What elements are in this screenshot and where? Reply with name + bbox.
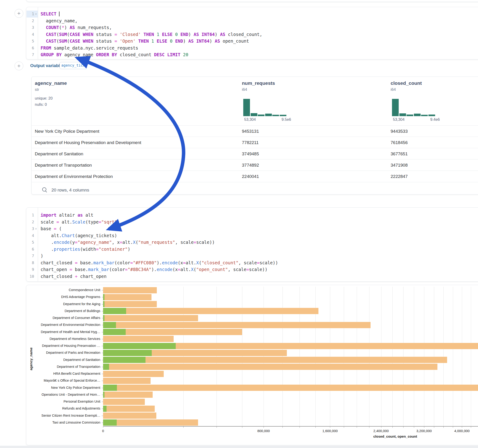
bar-open-count xyxy=(103,364,109,370)
gridline xyxy=(443,287,444,426)
x-axis-tick-label: 2,400,000 xyxy=(373,429,389,433)
gridline xyxy=(471,287,471,426)
table-row[interactable]: Department of Housing Preservation and D… xyxy=(31,137,478,148)
bar-closed-count xyxy=(103,385,478,391)
add-cell-button-top[interactable]: + xyxy=(14,9,23,18)
code-line[interactable]: 10chart_closed + chart_open xyxy=(26,273,478,280)
code-line[interactable]: 3 COUNT(*) AS num_requests, xyxy=(26,24,478,31)
column-histogram xyxy=(392,99,436,116)
text-cursor xyxy=(59,12,59,16)
y-axis-label: Taxi and Limousine Commission xyxy=(52,421,100,424)
column-histogram xyxy=(243,99,287,116)
code-line[interactable]: 5 CAST(SUM(CASE WHEN status = 'Open' THE… xyxy=(26,38,478,45)
table-row[interactable]: Department of Environmental Protection22… xyxy=(31,171,478,182)
code-line[interactable]: 4 alt.Chart(agency_tickets) xyxy=(26,232,478,239)
gridline xyxy=(330,287,330,426)
bar-closed-count xyxy=(103,412,156,419)
cell-num-requests: 3749485 xyxy=(242,148,259,160)
bar-closed-count xyxy=(103,336,174,342)
page-background-band xyxy=(0,446,478,448)
cell-num-requests: 2240041 xyxy=(242,171,259,182)
gridline xyxy=(424,287,424,426)
code-line[interactable]: 7) xyxy=(26,253,478,260)
code-line[interactable]: 6 .properties(width="container") xyxy=(26,246,478,253)
output-variable-pill[interactable]: agency_tickets xyxy=(59,62,87,69)
bar-closed-count xyxy=(103,419,198,426)
gridline xyxy=(344,287,344,426)
collapse-chevron-icon[interactable]: ∨ xyxy=(35,225,38,232)
table-row[interactable]: Department of Transportation377489234719… xyxy=(31,159,478,171)
gridline xyxy=(264,287,264,426)
gridline xyxy=(403,287,403,426)
y-axis-label: Department of Parks and Recreation xyxy=(46,351,100,355)
table-row[interactable]: Department of Sanitation37494853677651 xyxy=(31,148,478,160)
python-code-editor[interactable]: 1import altair as alt2scale = alt.Scale(… xyxy=(26,212,478,281)
output-variable-label: Output variable: xyxy=(30,63,64,68)
column-stat: nulls: 0 xyxy=(35,102,47,107)
line-number: 2 xyxy=(26,219,34,226)
x-axis-tick-label: 0 xyxy=(102,429,104,433)
cell-agency-name: Department of Environmental Protection xyxy=(35,171,113,182)
x-axis-tick-label: 1,600,000 xyxy=(322,429,338,433)
cell-agency-name: New York City Police Department xyxy=(35,126,99,137)
code-line[interactable]: 9chart_open = base.mark_bar(color="#8BC3… xyxy=(26,266,478,273)
table-row-count: 20 rows, 4 columns xyxy=(51,188,89,193)
code-line[interactable]: 6FROM sample_data.nyc.service_requests xyxy=(26,45,478,52)
table-row[interactable]: New York City Police Department945313194… xyxy=(31,125,478,137)
y-axis-label: Senior Citizen Rent Increase Exempti… xyxy=(42,414,100,417)
code-line[interactable]: 4 CAST(SUM(CASE WHEN status = 'Closed' T… xyxy=(26,31,478,38)
code-line[interactable]: 7GROUP BY agency_name ORDER BY closed_co… xyxy=(26,51,478,58)
x-axis-tick-label: 800,000 xyxy=(257,429,270,433)
column-header-agency_name[interactable]: agency_name xyxy=(35,81,67,86)
code-line[interactable]: 8chart_closed = base.mark_bar(color="#FF… xyxy=(26,260,478,266)
line-number: 10 xyxy=(26,273,34,280)
collapse-chevron-icon[interactable]: ∨ xyxy=(35,11,38,18)
line-number: 3 xyxy=(26,225,34,232)
bar-open-count xyxy=(103,294,104,300)
column-header-num_requests[interactable]: num_requests xyxy=(242,81,275,86)
code-line[interactable]: 1import altair as alt xyxy=(26,212,478,219)
histogram-max-label: 9.5e6 xyxy=(282,117,291,122)
chart-y-axis-labels: Correspondence UnitDHS Advantage Program… xyxy=(26,287,103,426)
bar-closed-count xyxy=(103,364,437,370)
code-line[interactable]: 1∨SELECT xyxy=(26,11,478,18)
column-stat: unique: 20 xyxy=(35,96,53,100)
bar-closed-count xyxy=(103,371,164,377)
column-header-closed_count[interactable]: closed_count xyxy=(391,81,422,86)
line-number: 4 xyxy=(26,232,34,239)
y-axis-label: New York City Police Department xyxy=(51,386,100,389)
cell-closed-count: 7618456 xyxy=(391,137,408,148)
bar-open-count xyxy=(103,308,126,314)
column-type: i64 xyxy=(391,87,396,92)
chart-x-axis-title: closed_count, open_count xyxy=(373,434,417,438)
code-line[interactable]: 2 agency_name, xyxy=(26,18,478,25)
y-axis-label: Department for the Aging xyxy=(63,302,100,306)
gridline xyxy=(462,287,462,426)
python-cell[interactable]: 1import altair as alt2scale = alt.Scale(… xyxy=(26,207,478,282)
sql-cell[interactable]: 1∨SELECT 2 agency_name,3 COUNT(*) AS num… xyxy=(26,7,478,59)
table-body: New York City Police Department945313194… xyxy=(31,125,478,182)
gridline xyxy=(283,287,283,426)
bar-closed-count xyxy=(103,406,155,412)
code-line[interactable]: 3∨base = ( xyxy=(26,225,478,232)
cell-agency-name: Department of Transportation xyxy=(35,160,92,171)
search-icon[interactable] xyxy=(42,187,48,193)
bar-closed-count xyxy=(103,392,153,398)
cell-closed-count: 2222847 xyxy=(391,171,408,182)
code-line[interactable]: 5 .encode(y="agency_name", x=alt.X("num_… xyxy=(26,239,478,246)
line-number: 2 xyxy=(26,18,34,25)
add-cell-button-middle[interactable]: + xyxy=(14,62,23,70)
gridline xyxy=(357,287,357,426)
gridline xyxy=(453,287,453,426)
line-number: 7 xyxy=(26,51,34,58)
line-number: 8 xyxy=(26,260,34,266)
line-number: 5 xyxy=(26,38,34,45)
bar-closed-count xyxy=(103,308,318,314)
sql-code-editor[interactable]: 1∨SELECT 2 agency_name,3 COUNT(*) AS num… xyxy=(26,11,478,59)
bar-open-count xyxy=(103,406,107,412)
line-number: 6 xyxy=(26,45,34,52)
y-axis-label: Department of Transportation xyxy=(57,365,100,368)
histogram-max-label: 9.4e6 xyxy=(430,117,440,122)
code-line[interactable]: 2scale = alt.Scale(type="sqrt") xyxy=(26,219,478,226)
gridline xyxy=(434,287,434,426)
